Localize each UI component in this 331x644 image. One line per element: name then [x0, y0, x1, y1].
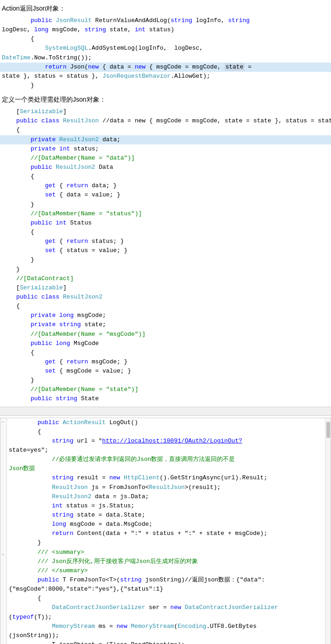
- code-line: }: [0, 200, 331, 209]
- code-line: {: [7, 594, 324, 603]
- code-line: private long msgCode;: [0, 311, 331, 320]
- middle-code-block: [Serializable] public class ResultJson /…: [0, 106, 331, 405]
- code-line: {: [0, 172, 331, 181]
- code-line: get { return data; }: [0, 181, 331, 190]
- bottom-section: − − public ActionResult LogOut() { strin…: [0, 418, 331, 644]
- code-line: public class ResultJson2: [0, 293, 331, 302]
- collapse-icon-2[interactable]: −: [1, 552, 4, 558]
- code-line: {: [0, 126, 331, 135]
- code-line: //[DataContract]: [0, 274, 331, 283]
- code-line: [Serializable]: [0, 283, 331, 293]
- code-line: get { return status; }: [0, 237, 331, 246]
- code-line: {: [0, 302, 331, 311]
- code-line: string state = data.State;: [7, 511, 324, 520]
- bottom-code-inner: public ActionResult LogOut() { string ur…: [7, 418, 331, 644]
- code-line: //[DataMember(Name = "status")]: [0, 209, 331, 218]
- left-gutter: − −: [0, 418, 7, 644]
- scrollbar[interactable]: [325, 418, 331, 644]
- section-top-label: Action返回Json对象：: [0, 0, 331, 15]
- code-line: set { msgCode = value; }: [0, 367, 331, 376]
- collapse-icon-1[interactable]: −: [1, 419, 4, 426]
- code-line: logDesc, long msgCode, string state, int…: [0, 25, 331, 34]
- code-line: public class ResultJson //data = new { m…: [0, 116, 331, 126]
- code-line: MemoryStream ms = new MemoryStream(Encod…: [7, 622, 324, 631]
- code-line: {: [0, 348, 331, 357]
- code-line: //必须要通过发请求拿到返回的Json数据，直接调用方法返回的不是: [7, 455, 324, 464]
- code-line: /// Json反序列化,用于接收客户端Json后生成对应的对象: [7, 557, 324, 566]
- code-line: Json数据: [7, 464, 324, 473]
- code-line-highlighted: return Json(new { data = new { msgCode =…: [0, 63, 331, 72]
- code-line: set { data = value; }: [0, 190, 331, 200]
- code-line: ResultJson js = FromJsonTo<ResultJson>(r…: [7, 483, 324, 492]
- code-line: return Content(data + ":" + status + ":"…: [7, 529, 324, 538]
- top-code-block: public JsonResult ReturnValueAndAddLog(s…: [0, 15, 331, 91]
- code-line: ResultJson2 data = js.Data;: [7, 492, 324, 501]
- code-line: /// <summary>: [7, 548, 324, 557]
- code-line: public long MsgCode: [0, 339, 331, 348]
- code-line: /// </summary>: [7, 566, 324, 575]
- scrollbar-thumb[interactable]: [326, 422, 330, 438]
- code-line: public JsonResult ReturnValueAndAddLog(s…: [0, 16, 331, 25]
- code-line: get { return msgCode; }: [0, 357, 331, 367]
- code-line: state }, status = status }, JsonRequestB…: [0, 72, 331, 81]
- code-line: public ResultJson2 Data: [0, 163, 331, 172]
- code-line: {: [0, 34, 331, 44]
- code-line: [Serializable]: [0, 107, 331, 116]
- code-line: public ActionResult LogOut(): [7, 418, 324, 427]
- code-line: long msgCode = data.MsgCode;: [7, 520, 324, 529]
- code-line: }: [7, 538, 324, 547]
- code-line: }: [0, 81, 331, 90]
- code-line: private string state;: [0, 320, 331, 329]
- section-top: Action返回Json对象： public JsonResult Return…: [0, 0, 331, 91]
- code-line: int status = js.Status;: [7, 501, 324, 511]
- code-line: public T FromJsonTo<T>(string jsonString…: [7, 575, 324, 585]
- page-wrapper: Action返回Json对象： public JsonResult Return…: [0, 0, 331, 644]
- code-line: SystemLogSQL.AddSystemLog(logInfo, logDe…: [0, 44, 331, 53]
- section-separator: [0, 407, 331, 416]
- code-line: }: [0, 265, 331, 274]
- code-line: //[DataMember(Name = "data")]: [0, 154, 331, 163]
- code-line-highlighted: private ResultJson2 data;: [0, 135, 331, 144]
- code-line: DateTime.Now.ToString());: [0, 53, 331, 63]
- code-line: public int Status: [0, 218, 331, 228]
- code-line: set { status = value; }: [0, 246, 331, 255]
- code-line: public string State: [0, 394, 331, 403]
- section-middle-label: 定义一个类处理需处理的Json对象：: [0, 91, 331, 106]
- code-line: //[DataMember(Name = "state")]: [0, 385, 331, 394]
- code-line: {: [0, 228, 331, 237]
- code-line: (jsonString));: [7, 631, 324, 640]
- code-line: {"msgCode":8000,"state":"yes"},{"status"…: [7, 585, 324, 594]
- code-line: T jsonObject = (T)ser.ReadObject(ms);: [7, 640, 324, 644]
- code-line: }: [0, 255, 331, 264]
- code-line: {: [7, 427, 324, 437]
- code-line: (typeof(T));: [7, 613, 324, 622]
- code-line: DataContractJsonSerializer ser = new Dat…: [7, 603, 324, 612]
- code-line: }: [0, 376, 331, 385]
- code-line: string url = "http://localhost:10091/OAu…: [7, 437, 324, 446]
- code-line: string result = new HttpClient().GetStri…: [7, 473, 324, 483]
- code-line: private int status;: [0, 144, 331, 154]
- code-line: //[DataMember(Name = "msgCode")]: [0, 330, 331, 339]
- code-line: state=yes";: [7, 446, 324, 455]
